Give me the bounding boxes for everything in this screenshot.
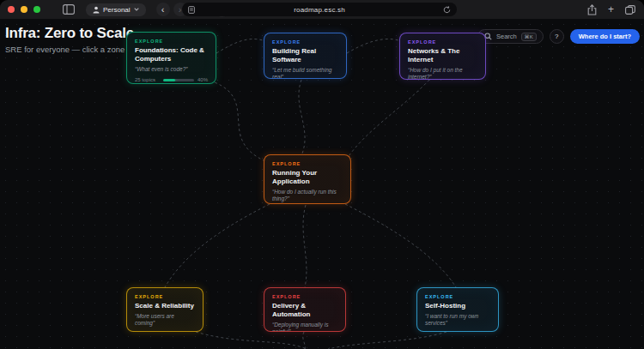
zone-quote: “How do I put it on the internet?” bbox=[408, 67, 477, 80]
address-bar[interactable]: roadmap.esc.sh bbox=[182, 3, 457, 16]
search-shortcut-kbd: ⌘K bbox=[521, 33, 537, 41]
zone-explore-label: EXPLORE bbox=[408, 39, 477, 45]
zone-meta-row: 25 topics 40% bbox=[135, 77, 208, 82]
url-text: roadmap.esc.sh bbox=[182, 6, 457, 14]
browser-window: Personal ‹ › roadmap.esc.sh bbox=[0, 0, 644, 349]
person-icon bbox=[93, 6, 100, 14]
share-button[interactable] bbox=[587, 4, 597, 15]
zone-quote: “Deploying manually is painful” bbox=[272, 322, 337, 332]
zone-card[interactable]: EXPLORE Running Your Application “How do… bbox=[264, 154, 351, 204]
zone-quote: “I want to run my own services” bbox=[425, 313, 490, 328]
new-tab-button[interactable]: + bbox=[608, 4, 614, 15]
help-button[interactable]: ? bbox=[550, 29, 564, 44]
zone-progress-percent: 40% bbox=[197, 77, 208, 82]
sidebar-toggle-button[interactable] bbox=[63, 4, 75, 15]
zoom-window-button[interactable] bbox=[33, 6, 40, 13]
zone-explore-label: EXPLORE bbox=[272, 39, 338, 45]
zone-card[interactable]: EXPLORE Self-Hosting “I want to run my o… bbox=[416, 287, 499, 332]
where-do-i-start-button[interactable]: Where do I start? bbox=[570, 29, 640, 44]
search-placeholder: Search bbox=[496, 33, 517, 40]
zone-quote: “What even is code?” bbox=[135, 66, 208, 73]
reload-button[interactable] bbox=[443, 6, 451, 14]
zone-title: Self-Hosting bbox=[425, 302, 490, 310]
roadmap-canvas: Infra: Zero to Scale SRE for everyone — … bbox=[0, 19, 644, 349]
zone-explore-label: EXPLORE bbox=[135, 39, 208, 44]
zone-card[interactable]: EXPLORE Networks & The Internet “How do … bbox=[399, 33, 486, 80]
site-settings-icon bbox=[188, 6, 195, 14]
zone-title: Running Your Application bbox=[272, 169, 343, 186]
close-window-button[interactable] bbox=[8, 6, 15, 13]
zone-explore-label: EXPLORE bbox=[272, 161, 343, 166]
zone-card[interactable]: EXPLORE Foundations: Code & Computers “W… bbox=[126, 32, 216, 84]
search-input[interactable]: Search ⌘K bbox=[477, 29, 544, 44]
minimize-window-button[interactable] bbox=[21, 6, 27, 13]
back-icon: ‹ bbox=[161, 5, 165, 15]
zone-card[interactable]: EXPLORE Building Real Software “Let me b… bbox=[264, 33, 347, 79]
top-controls: Search ⌘K ? Where do I start? bbox=[477, 29, 640, 44]
zone-title: Foundations: Code & Computers bbox=[135, 46, 208, 63]
traffic-lights bbox=[8, 6, 40, 13]
back-button[interactable]: ‹ bbox=[156, 3, 170, 16]
forward-icon: › bbox=[179, 5, 182, 15]
help-label: ? bbox=[555, 33, 558, 40]
sidebar-icon bbox=[63, 4, 75, 15]
tab-overview-button[interactable] bbox=[625, 5, 635, 15]
profile-label: Personal bbox=[103, 6, 131, 14]
cta-label: Where do I start? bbox=[579, 33, 631, 40]
zone-title: Scale & Reliability bbox=[135, 302, 195, 310]
zone-quote: “More users are coming” bbox=[135, 313, 195, 328]
zone-progress-fill bbox=[163, 79, 175, 81]
zone-card[interactable]: EXPLORE Delivery & Automation “Deploying… bbox=[264, 287, 346, 332]
zone-title: Delivery & Automation bbox=[272, 302, 337, 319]
zone-title: Building Real Software bbox=[272, 47, 338, 64]
zone-explore-label: EXPLORE bbox=[425, 294, 490, 299]
zone-card[interactable]: EXPLORE Scale & Reliability “More users … bbox=[126, 287, 204, 332]
chevron-down-icon bbox=[134, 8, 139, 11]
profile-menu[interactable]: Personal bbox=[86, 3, 146, 16]
browser-toolbar: Personal ‹ › roadmap.esc.sh bbox=[0, 0, 644, 19]
zone-title: Networks & The Internet bbox=[408, 47, 477, 64]
zone-topic-count: 25 topics bbox=[135, 77, 163, 82]
zone-explore-label: EXPLORE bbox=[272, 294, 337, 299]
zone-quote: “How do I actually run this thing?” bbox=[272, 189, 343, 203]
zone-quote: “Let me build something real” bbox=[272, 67, 338, 79]
zone-progress-bar bbox=[163, 79, 194, 81]
zone-explore-label: EXPLORE bbox=[135, 294, 195, 299]
